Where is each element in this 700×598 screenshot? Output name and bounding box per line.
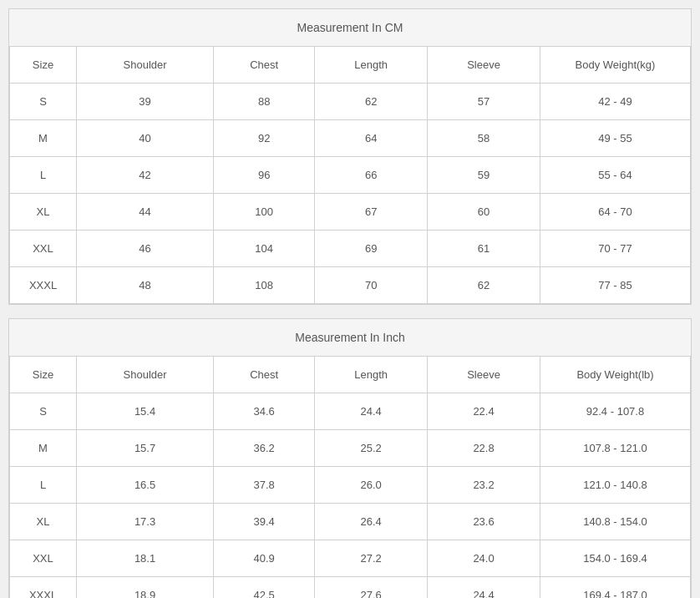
table-cell: 104 — [214, 231, 315, 267]
table-row: XXL46104696170 - 77 — [10, 231, 691, 267]
inch-table-header: SizeShoulderChestLengthSleeveBody Weight… — [10, 357, 691, 393]
table-cell: 18.1 — [77, 540, 214, 577]
table-cell: 64 — [315, 120, 428, 157]
cm-header-cell: Size — [10, 47, 77, 84]
table-cell: 154.0 - 169.4 — [540, 540, 691, 577]
table-cell: 107.8 - 121.0 — [540, 430, 691, 467]
table-cell: 55 - 64 — [540, 157, 691, 194]
cm-header-cell: Chest — [214, 47, 315, 84]
table-row: S15.434.624.422.492.4 - 107.8 — [10, 393, 691, 430]
table-cell: 24.4 — [315, 393, 428, 430]
table-cell: 40.9 — [214, 540, 315, 577]
table-cell: S — [10, 84, 77, 120]
table-cell: 57 — [428, 84, 540, 120]
table-cell: 22.8 — [428, 430, 540, 467]
table-cell: 27.2 — [315, 540, 428, 577]
table-cell: 62 — [428, 267, 540, 304]
cm-table-header: SizeShoulderChestLengthSleeveBody Weight… — [10, 47, 691, 84]
table-cell: 121.0 - 140.8 — [540, 467, 691, 504]
table-cell: L — [10, 157, 77, 194]
table-cell: XXXL — [10, 267, 77, 304]
table-cell: 44 — [77, 194, 214, 231]
inch-table: SizeShoulderChestLengthSleeveBody Weight… — [9, 356, 691, 598]
table-cell: XL — [10, 504, 77, 540]
table-cell: M — [10, 120, 77, 157]
table-cell: 22.4 — [428, 393, 540, 430]
table-row: M15.736.225.222.8107.8 - 121.0 — [10, 430, 691, 467]
table-cell: 69 — [315, 231, 428, 267]
table-row: XXL18.140.927.224.0154.0 - 169.4 — [10, 540, 691, 577]
table-row: L4296665955 - 64 — [10, 157, 691, 194]
table-cell: 61 — [428, 231, 540, 267]
table-cell: 24.0 — [428, 540, 540, 577]
table-cell: 23.2 — [428, 467, 540, 504]
table-cell: 36.2 — [214, 430, 315, 467]
table-row: M4092645849 - 55 — [10, 120, 691, 157]
table-cell: 26.4 — [315, 504, 428, 540]
cm-header-cell: Sleeve — [428, 47, 540, 84]
cm-header-cell: Shoulder — [77, 47, 214, 84]
table-cell: 46 — [77, 231, 214, 267]
table-cell: 15.4 — [77, 393, 214, 430]
table-cell: 67 — [315, 194, 428, 231]
table-cell: 70 - 77 — [540, 231, 691, 267]
inch-header-cell: Length — [315, 357, 428, 393]
table-cell: 27.6 — [315, 577, 428, 599]
table-cell: L — [10, 467, 77, 504]
table-cell: 17.3 — [77, 504, 214, 540]
inch-table-body: S15.434.624.422.492.4 - 107.8M15.736.225… — [10, 393, 691, 599]
table-cell: 66 — [315, 157, 428, 194]
table-cell: XXL — [10, 540, 77, 577]
cm-table-title: Measurement In CM — [9, 9, 691, 46]
table-cell: 70 — [315, 267, 428, 304]
inch-header-cell: Shoulder — [77, 357, 214, 393]
inch-header-cell: Size — [10, 357, 77, 393]
table-cell: 100 — [214, 194, 315, 231]
table-cell: 58 — [428, 120, 540, 157]
table-cell: XXL — [10, 231, 77, 267]
table-cell: 42 — [77, 157, 214, 194]
table-cell: 62 — [315, 84, 428, 120]
inch-table-container: Measurement In Inch SizeShoulderChestLen… — [8, 318, 692, 598]
table-cell: 77 - 85 — [540, 267, 691, 304]
table-row: XL17.339.426.423.6140.8 - 154.0 — [10, 504, 691, 540]
cm-table: SizeShoulderChestLengthSleeveBody Weight… — [9, 46, 691, 304]
table-row: XXXL48108706277 - 85 — [10, 267, 691, 304]
table-cell: 15.7 — [77, 430, 214, 467]
table-row: XXXL18.942.527.624.4169.4 - 187.0 — [10, 577, 691, 599]
table-cell: 26.0 — [315, 467, 428, 504]
table-row: L16.537.826.023.2121.0 - 140.8 — [10, 467, 691, 504]
table-cell: 108 — [214, 267, 315, 304]
cm-header-cell: Body Weight(kg) — [540, 47, 691, 84]
table-cell: 40 — [77, 120, 214, 157]
cm-header-cell: Length — [315, 47, 428, 84]
table-cell: 39 — [77, 84, 214, 120]
table-cell: 16.5 — [77, 467, 214, 504]
table-cell: 18.9 — [77, 577, 214, 599]
cm-header-row: SizeShoulderChestLengthSleeveBody Weight… — [10, 47, 691, 84]
table-cell: 92 — [214, 120, 315, 157]
table-cell: 25.2 — [315, 430, 428, 467]
inch-header-cell: Sleeve — [428, 357, 540, 393]
inch-header-cell: Chest — [214, 357, 315, 393]
table-cell: 64 - 70 — [540, 194, 691, 231]
table-cell: 59 — [428, 157, 540, 194]
table-cell: 39.4 — [214, 504, 315, 540]
table-cell: 60 — [428, 194, 540, 231]
table-row: XL44100676064 - 70 — [10, 194, 691, 231]
table-cell: 23.6 — [428, 504, 540, 540]
table-cell: 48 — [77, 267, 214, 304]
table-cell: M — [10, 430, 77, 467]
table-cell: 96 — [214, 157, 315, 194]
table-cell: 24.4 — [428, 577, 540, 599]
table-cell: 92.4 - 107.8 — [540, 393, 691, 430]
table-cell: 42.5 — [214, 577, 315, 599]
table-cell: S — [10, 393, 77, 430]
inch-header-row: SizeShoulderChestLengthSleeveBody Weight… — [10, 357, 691, 393]
table-cell: 37.8 — [214, 467, 315, 504]
table-cell: 88 — [214, 84, 315, 120]
table-row: S3988625742 - 49 — [10, 84, 691, 120]
table-cell: 49 - 55 — [540, 120, 691, 157]
table-cell: 169.4 - 187.0 — [540, 577, 691, 599]
table-cell: 42 - 49 — [540, 84, 691, 120]
